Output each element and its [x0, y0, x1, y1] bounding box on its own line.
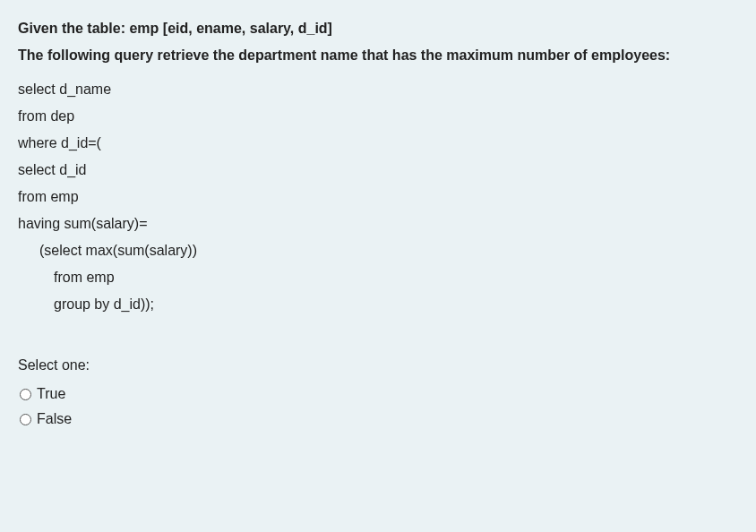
sql-line: group by d_id));	[18, 294, 738, 315]
option-true[interactable]: True	[20, 383, 738, 405]
sql-line: select d_id	[18, 159, 738, 181]
sql-line: from emp	[18, 186, 738, 208]
sql-line: having sum(salary)=	[18, 213, 738, 235]
select-one-label: Select one:	[18, 355, 738, 376]
sql-line: where d_id=(	[18, 133, 738, 154]
radio-icon[interactable]	[20, 414, 31, 425]
question-prompt-line-1: Given the table: emp [eid, ename, salary…	[18, 18, 738, 39]
question-prompt-line-2: The following query retrieve the departm…	[18, 45, 738, 66]
sql-line: from dep	[18, 106, 738, 127]
option-label: False	[37, 408, 72, 430]
sql-line: from emp	[18, 267, 738, 288]
option-label: True	[37, 383, 65, 405]
sql-line: select d_name	[18, 79, 738, 100]
option-false[interactable]: False	[20, 408, 738, 430]
sql-line: (select max(sum(salary))	[18, 240, 738, 262]
radio-icon[interactable]	[20, 389, 31, 400]
